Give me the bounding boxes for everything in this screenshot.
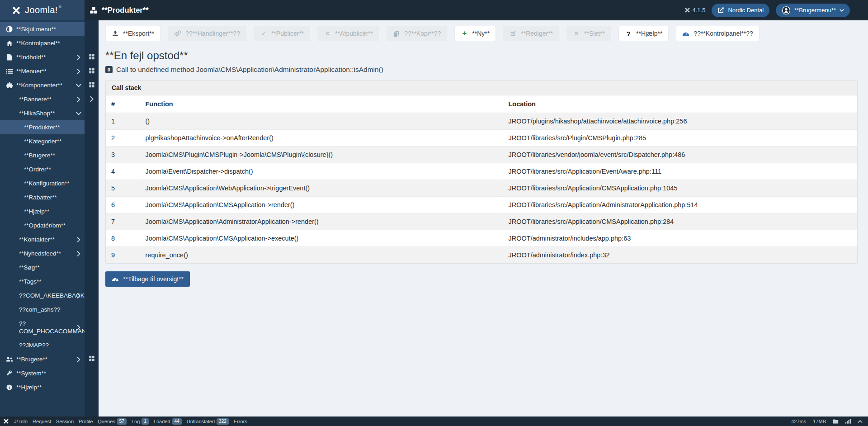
publish-button[interactable]: ✓ **Publicer**	[254, 26, 310, 41]
sidebar-item-ordrer[interactable]: **Ordrer**	[0, 162, 85, 176]
new-button[interactable]: + **Ny**	[454, 26, 496, 41]
callstack-row: 9require_once()JROOT/administrator/index…	[106, 247, 857, 264]
button-label: **Afpublicér**	[335, 30, 373, 37]
sidebar-item-rabatter[interactable]: **Rabatter**	[0, 190, 85, 204]
gauge-icon	[112, 276, 119, 282]
components-dashboard-grid-icon[interactable]	[89, 82, 94, 88]
sidebar-item-label: ??com_ashs??	[19, 306, 61, 313]
sidebar-item-label: **Bannere**	[19, 95, 52, 103]
logo-panel[interactable]: Joomla! ®	[0, 0, 85, 20]
sidebar-item-com-ashs[interactable]: ??com_ashs??	[0, 303, 85, 317]
sidebar-item-konfiguration[interactable]: **Konfiguration**	[0, 176, 85, 190]
button-label: **Eksport**	[123, 30, 154, 37]
sidebar-item-indhold[interactable]: **Indhold**	[0, 50, 85, 64]
sidebar-item-kontakter[interactable]: **Kontakter**	[0, 232, 85, 246]
sidebar-item-akeebabackup[interactable]: ??COM_AKEEBABACKUP??	[0, 289, 85, 303]
delete-button[interactable]: ✕ **Slet**	[566, 26, 611, 41]
sidebar-item-hjaelp[interactable]: **Hjælp**	[0, 380, 85, 394]
sidebar-item-label: ??COM_AKEEBABACKUP??	[19, 292, 85, 299]
sidebar-item-label: **Nyhedsfeed**	[19, 250, 61, 257]
chevron-up-icon[interactable]	[858, 420, 863, 423]
chevron-down-icon	[76, 84, 82, 87]
user-circle-icon	[782, 6, 791, 15]
copy-button[interactable]: ??**Kopi**??	[387, 26, 447, 41]
menus-dashboard-grid-icon[interactable]	[89, 68, 94, 74]
debug-item-session[interactable]: Session	[56, 419, 74, 424]
debug-item-request[interactable]: Request	[33, 419, 51, 424]
callstack-title: Call stack	[106, 80, 857, 95]
signal-icon[interactable]	[845, 419, 851, 424]
debug-item-loaded[interactable]: Loaded44	[154, 418, 182, 425]
unpublish-button[interactable]: ✕ **Afpublicér**	[317, 26, 379, 41]
debug-item-queries[interactable]: Queries57	[98, 418, 127, 425]
button-label: ??**Handlinger**??	[185, 30, 240, 37]
callstack-row: 2plgHikashopAttachinvoice->onAfterRender…	[106, 130, 857, 147]
callstack-row: 4Joomla\Event\Dispatcher->dispatch()JROO…	[106, 163, 857, 180]
sidebar-item-soeg[interactable]: **Søg**	[0, 260, 85, 275]
stack-function: Joomla\CMS\Application\WebApplication->t…	[140, 180, 503, 197]
back-to-dashboard-button[interactable]: **Tilbage til oversigt**	[105, 271, 190, 287]
rail-expand-chevron-icon[interactable]	[90, 96, 94, 102]
sidebar-item-brugere[interactable]: **Brugere**	[0, 352, 85, 366]
sidebar-toggle[interactable]: **Skjul menu**	[0, 22, 85, 36]
sidebar: **Skjul menu** **Kontrolpanel** **Indhol…	[0, 20, 85, 417]
stack-location: JROOT/libraries/src/Application/CMSAppli…	[503, 180, 857, 197]
sidebar-item-nyhedsfeed[interactable]: **Nyhedsfeed**	[0, 246, 85, 260]
callstack-header-row: # Function Location	[106, 95, 857, 113]
upload-icon	[112, 30, 119, 37]
export-button[interactable]: **Eksport**	[105, 26, 160, 41]
sidebar-item-komponenter[interactable]: **Komponenter**	[0, 78, 85, 92]
debug-item-log[interactable]: Log1	[132, 418, 149, 425]
debug-item-untranslated[interactable]: Untranslated322	[187, 418, 229, 425]
sidebar-item-hikashop[interactable]: **HikaShop**	[0, 106, 85, 120]
sidebar-item-menuer[interactable]: **Menuer**	[0, 64, 85, 78]
sidebar-item-jmap[interactable]: ??JMAP??	[0, 338, 85, 352]
toggle-icon	[5, 25, 13, 33]
actions-button[interactable]: ??**Handlinger**??	[168, 26, 246, 41]
stack-index: 8	[106, 230, 140, 247]
sidebar-item-opdater-om[interactable]: **Opdatér/om**	[0, 218, 85, 232]
cubes-icon	[90, 6, 98, 14]
stack-function: Joomla\CMS\Application\CMSApplication->e…	[140, 230, 503, 247]
sidebar-item-label: ?? COM_PHOCACOMMANDER??	[19, 320, 84, 335]
sidebar-item-kontrolpanel[interactable]: **Kontrolpanel**	[0, 36, 85, 50]
sidebar-item-bannere[interactable]: **Bannere**	[0, 92, 85, 106]
debug-item-errors[interactable]: Errors	[234, 419, 247, 424]
column-header-location: Location	[503, 95, 857, 113]
folder-icon[interactable]	[833, 419, 839, 424]
sidebar-item-label: **Søg**	[19, 264, 40, 271]
sidebar-item-phocacommander[interactable]: ?? COM_PHOCACOMMANDER??	[0, 317, 85, 338]
debugbar-right: 427ms 17MB	[791, 419, 863, 424]
callstack-table: # Function Location 1()JROOT/plugins/hik…	[106, 95, 857, 263]
button-label: **Hjælp**	[636, 30, 662, 37]
users-dashboard-grid-icon[interactable]	[89, 355, 94, 361]
debug-item-profile[interactable]: Profile	[79, 419, 93, 424]
stack-function: ()	[140, 113, 503, 130]
error-message: Call to undefined method Joomla\CMS\Appl…	[116, 66, 383, 74]
content-dashboard-grid-icon[interactable]	[89, 54, 94, 60]
control-panel-button[interactable]: ??**Kontrolpanel**??	[676, 26, 760, 41]
memory-usage: 17MB	[813, 419, 826, 424]
sidebar-item-tags[interactable]: **Tags**	[0, 275, 85, 289]
edit-icon	[509, 30, 517, 37]
x-icon: ✕	[573, 30, 580, 37]
file-icon	[5, 54, 13, 61]
stack-index: 1	[106, 113, 140, 130]
help-button[interactable]: ? **Hjælp**	[618, 26, 669, 41]
sidebar-item-label: **Produkter**	[24, 123, 60, 131]
sidebar-item-brugere-sub[interactable]: **Brugere**	[0, 148, 85, 162]
sidebar-item-system[interactable]: **System**	[0, 366, 85, 380]
sidebar-item-label: **Opdatér/om**	[24, 222, 66, 229]
callstack-row: 6Joomla\CMS\Application\CMSApplication->…	[106, 197, 857, 213]
column-header-function: Function	[140, 95, 503, 113]
stack-index: 5	[106, 180, 140, 197]
debug-item-info[interactable]: J! Info	[14, 419, 28, 424]
loaded-count-badge: 44	[172, 418, 182, 425]
sidebar-item-kategorier[interactable]: **Kategorier**	[0, 134, 85, 148]
sidebar-item-hjaelp-sub[interactable]: **Hjælp**	[0, 204, 85, 218]
user-menu-button[interactable]: **Brugermenu**	[776, 4, 850, 17]
site-preview-button[interactable]: Nordic Dental	[712, 4, 769, 17]
edit-button[interactable]: **Rediger**	[503, 26, 559, 41]
cogs-icon	[174, 30, 181, 37]
sidebar-item-produkter[interactable]: **Produkter**	[0, 120, 85, 134]
